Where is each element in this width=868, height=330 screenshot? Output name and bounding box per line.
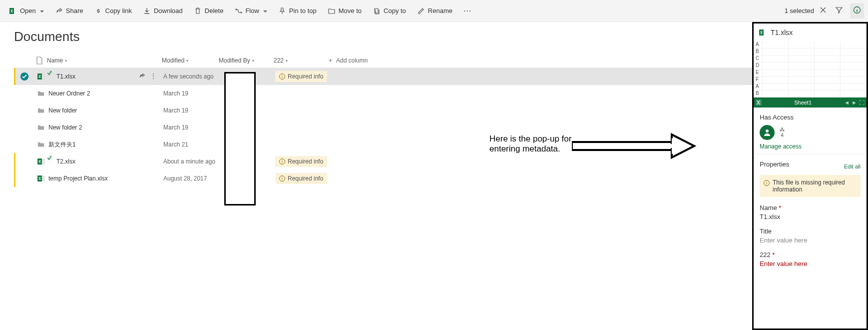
delete-button[interactable]: Delete [189,4,229,18]
flow-icon [234,7,242,15]
annotation-text-line1: Here is the pop-up for [489,134,571,144]
item-name-cell[interactable]: T1.xlsx⋮ [48,72,163,81]
row-select-checkbox[interactable] [15,72,33,80]
column-222-cell[interactable]: iRequired info [275,156,330,167]
annotation-arrow [572,132,697,162]
move-to-button[interactable]: Move to [323,4,367,18]
sheet-tab-name[interactable]: Sheet1 [764,100,842,106]
list-item[interactable]: temp Project Plan.xlsxAugust 28, 2017iRe… [14,170,752,187]
item-name-cell[interactable]: Neuer Ordner 2 [48,90,163,97]
folder-icon [33,90,48,97]
delete-label: Delete [205,7,224,14]
item-name-text: T1.xlsx [56,73,75,80]
column-header-type[interactable] [32,56,47,64]
command-bar: Open Share Copy link Download Delete Flo… [0,0,868,22]
manage-access-link[interactable]: Manage access [760,143,861,150]
filter-button[interactable] [832,3,846,18]
svg-point-12 [766,130,769,132]
preview-row-label: D [754,62,763,69]
preview-row: A [754,42,867,48]
list-item[interactable]: Neuer Ordner 2March 19 [14,85,752,102]
page-title: Documents [14,29,752,44]
add-column-button[interactable]: +Add column [329,57,368,64]
sheet-prev-icon[interactable]: ◄ [844,100,850,106]
move-icon [328,7,336,15]
share-button[interactable]: Share [50,4,88,18]
item-name-cell[interactable]: New folder 2 [48,124,163,131]
copy-link-button[interactable]: Copy link [89,4,137,18]
copy-to-button[interactable]: Copy to [368,4,411,18]
property-222-placeholder: Enter value here [760,260,861,268]
command-bar-left: Open Share Copy link Download Delete Flo… [4,4,785,18]
item-name-text: Neuer Ordner 2 [48,90,90,97]
column-header-name-label: Name [47,57,63,64]
edit-all-link[interactable]: Edit all [844,164,861,170]
svg-rect-3 [42,74,44,79]
excel-app-icon [9,7,17,15]
required-info-pill[interactable]: iRequired info [275,156,327,167]
open-button[interactable]: Open [4,4,49,18]
property-222-field[interactable]: 222 * Enter value here [760,251,861,268]
column-header-222[interactable]: 222▾ [274,57,329,64]
sheet-nav: ◄ ► ⛶ [842,100,867,106]
flow-button[interactable]: Flow [229,4,272,18]
copy-link-label: Copy link [105,7,132,14]
column-header-name[interactable]: Name▾ [47,57,162,64]
column-header-modified[interactable]: Modified▾ [162,57,219,64]
folder-icon [33,124,48,131]
file-preview-thumbnail[interactable]: ABCDEFAB [754,42,867,98]
download-button[interactable]: Download [138,4,188,18]
move-label: Move to [339,7,362,14]
delete-icon [194,7,202,15]
info-icon: i [764,180,770,186]
folder-icon [33,141,48,148]
has-access-section: Has Access ⁂ 4 Manage access [754,108,867,154]
rename-button[interactable]: Rename [412,4,457,18]
chevron-down-icon: ▾ [65,58,67,63]
more-icon[interactable]: ⋮ [150,72,156,81]
chevron-down-icon: ▾ [252,58,254,63]
flow-label: Flow [245,7,259,14]
item-name-text: New folder [48,107,77,114]
preview-row-label: A [754,84,763,90]
excel-file-icon [33,72,48,80]
column-header-modified-by[interactable]: Modified By▾ [219,57,274,64]
list-item[interactable]: New folderMarch 19 [14,102,752,119]
missing-info-warning: i This file is missing required informat… [760,175,861,197]
column-222-cell[interactable]: iRequired info [275,71,330,82]
item-name-cell[interactable]: T2.xlsx [48,158,163,165]
clear-selection-button[interactable] [818,5,828,16]
info-pane-button[interactable] [850,3,864,18]
share-icon [55,7,63,15]
more-users-count[interactable]: ⁂ 4 [780,127,785,138]
pin-icon [278,7,286,15]
property-name-field[interactable]: Name * T1.xlsx [760,204,861,220]
pin-button[interactable]: Pin to top [273,4,322,18]
sheet-expand-icon[interactable]: ⛶ [859,100,865,106]
item-name-cell[interactable]: 新文件夹1 [48,140,163,149]
more-actions-button[interactable]: ··· [458,4,476,18]
modified-cell: March 19 [163,124,220,131]
owner-avatar[interactable] [760,125,775,140]
preview-row: D [754,62,867,70]
document-library: Documents Name▾ Modified▾ Modified By▾ 2… [0,22,752,330]
share-label: Share [66,7,83,14]
item-name-cell[interactable]: New folder [48,107,163,114]
sheet-next-icon[interactable]: ► [852,100,857,106]
preview-row: C [754,56,867,62]
item-name-cell[interactable]: temp Project Plan.xlsx [48,175,163,182]
column-222-cell[interactable]: iRequired info [275,173,330,184]
modified-cell: March 19 [163,90,220,97]
required-info-pill[interactable]: iRequired info [275,71,327,82]
folder-icon [33,107,48,114]
share-icon[interactable] [138,72,145,81]
list-item[interactable]: T1.xlsx⋮A few seconds agoiRequired info [14,68,752,85]
property-title-field[interactable]: Title Enter value here [760,228,861,244]
required-info-pill[interactable]: iRequired info [275,173,327,184]
preview-row: F [754,76,867,84]
copy-icon [373,7,381,15]
info-icon: i [279,176,285,182]
sheet-tab-bar: Sheet1 ◄ ► ⛶ [754,98,867,108]
item-name-text: temp Project Plan.xlsx [48,175,108,182]
modified-cell: August 28, 2017 [163,175,220,182]
